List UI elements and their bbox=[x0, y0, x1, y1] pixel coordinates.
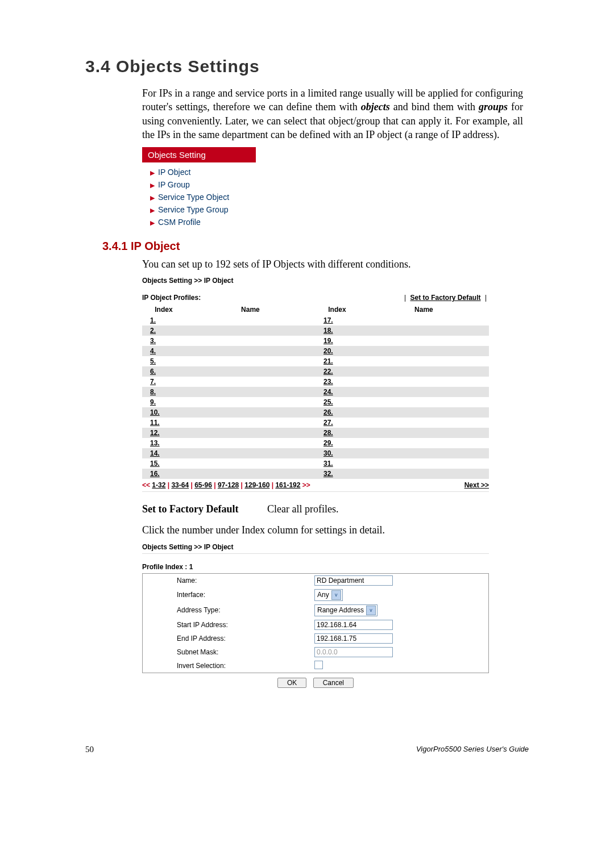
index-link[interactable]: 14. bbox=[142, 448, 185, 458]
page-footer: 50 VigorPro5500 Series User's Guide bbox=[85, 745, 529, 754]
index-link[interactable]: 30. bbox=[316, 448, 359, 458]
table-row: 14.30. bbox=[142, 448, 489, 458]
index-link[interactable]: 7. bbox=[142, 377, 185, 387]
breadcrumb: Objects Setting >> IP Object bbox=[142, 277, 489, 285]
col-name: Name bbox=[185, 304, 316, 315]
arrow-icon: ▶ bbox=[150, 219, 155, 226]
name-cell bbox=[185, 356, 316, 366]
index-link[interactable]: 6. bbox=[142, 366, 185, 377]
name-cell bbox=[359, 315, 489, 326]
name-cell bbox=[359, 387, 489, 397]
name-cell bbox=[359, 377, 489, 387]
index-link[interactable]: 13. bbox=[142, 438, 185, 448]
name-cell bbox=[359, 366, 489, 377]
profiles-header-row: IP Object Profiles: | Set to Factory Def… bbox=[142, 294, 489, 302]
form-row: Name: RD Department bbox=[143, 573, 489, 587]
name-cell bbox=[185, 428, 316, 438]
menu-service-type-object[interactable]: ▶Service Type Object bbox=[150, 191, 255, 203]
menu-items: ▶IP Object ▶IP Group ▶Service Type Objec… bbox=[142, 162, 256, 232]
name-cell bbox=[185, 438, 316, 448]
cancel-button[interactable]: Cancel bbox=[313, 678, 354, 688]
menu-ip-group[interactable]: ▶IP Group bbox=[150, 178, 255, 191]
name-cell bbox=[359, 458, 489, 469]
pager-range[interactable]: 161-192 bbox=[275, 481, 300, 489]
index-link[interactable]: 19. bbox=[316, 336, 359, 346]
pager-range[interactable]: 33-64 bbox=[171, 481, 189, 489]
pager-range[interactable]: 97-128 bbox=[218, 481, 239, 489]
pager-range[interactable]: 129-160 bbox=[244, 481, 269, 489]
name-cell bbox=[359, 469, 489, 479]
subnet-input: 0.0.0.0 bbox=[314, 647, 393, 657]
index-link[interactable]: 29. bbox=[316, 438, 359, 448]
name-cell bbox=[359, 428, 489, 438]
ok-button[interactable]: OK bbox=[277, 678, 306, 688]
menu-ip-object[interactable]: ▶IP Object bbox=[150, 166, 255, 178]
table-body: 1.17.2.18.3.19.4.20.5.21.6.22.7.23.8.24.… bbox=[142, 315, 489, 479]
pager-range[interactable]: 1-32 bbox=[152, 481, 165, 489]
table-row: 8.24. bbox=[142, 387, 489, 397]
index-link[interactable]: 27. bbox=[316, 418, 359, 428]
table-row: 4.20. bbox=[142, 346, 489, 356]
name-cell bbox=[359, 326, 489, 336]
index-link[interactable]: 25. bbox=[316, 397, 359, 407]
pager-range[interactable]: 65-96 bbox=[194, 481, 212, 489]
name-input[interactable]: RD Department bbox=[314, 575, 393, 586]
col-name: Name bbox=[359, 304, 489, 315]
select-value: Any bbox=[317, 591, 329, 599]
index-link[interactable]: 5. bbox=[142, 356, 185, 366]
endip-input[interactable]: 192.168.1.75 bbox=[314, 633, 393, 644]
set-to-factory-default-link[interactable]: Set to Factory Default bbox=[410, 294, 481, 302]
name-cell bbox=[359, 336, 489, 346]
index-link[interactable]: 1. bbox=[142, 315, 185, 326]
index-link[interactable]: 28. bbox=[316, 428, 359, 438]
index-link[interactable]: 16. bbox=[142, 469, 185, 479]
startip-input[interactable]: 192.168.1.64 bbox=[314, 620, 393, 630]
col-index: Index bbox=[316, 304, 359, 315]
index-link[interactable]: 21. bbox=[316, 356, 359, 366]
index-link[interactable]: 2. bbox=[142, 326, 185, 336]
index-link[interactable]: 12. bbox=[142, 428, 185, 438]
subsection-title: 3.4.1 IP Object bbox=[102, 240, 529, 253]
index-link[interactable]: 18. bbox=[316, 326, 359, 336]
index-link[interactable]: 4. bbox=[142, 346, 185, 356]
interface-label: Interface: bbox=[143, 587, 312, 603]
table-row: 2.18. bbox=[142, 326, 489, 336]
table-row: 7.23. bbox=[142, 377, 489, 387]
index-link[interactable]: 23. bbox=[316, 377, 359, 387]
menu-service-type-group[interactable]: ▶Service Type Group bbox=[150, 203, 255, 216]
index-link[interactable]: 11. bbox=[142, 418, 185, 428]
form-row: Invert Selection: bbox=[143, 659, 489, 673]
table-row: 1.17. bbox=[142, 315, 489, 326]
index-link[interactable]: 26. bbox=[316, 407, 359, 418]
table-row: 13.29. bbox=[142, 438, 489, 448]
interface-select[interactable]: Anyv bbox=[314, 589, 343, 601]
index-link[interactable]: 15. bbox=[142, 458, 185, 469]
arrow-icon: ▶ bbox=[150, 182, 155, 189]
index-link[interactable]: 8. bbox=[142, 387, 185, 397]
pager-left: << 1-32 | 33-64 | 65-96 | 97-128 | 129-1… bbox=[142, 481, 310, 489]
menu-csm-profile[interactable]: ▶CSM Profile bbox=[150, 216, 255, 228]
name-cell bbox=[359, 346, 489, 356]
invert-checkbox[interactable] bbox=[314, 661, 323, 669]
index-link[interactable]: 31. bbox=[316, 458, 359, 469]
pager-next-link[interactable]: Next >> bbox=[464, 481, 489, 489]
name-cell bbox=[185, 377, 316, 387]
index-link[interactable]: 32. bbox=[316, 469, 359, 479]
addresstype-select[interactable]: Range Addressv bbox=[314, 604, 377, 616]
name-cell bbox=[359, 418, 489, 428]
index-link[interactable]: 9. bbox=[142, 397, 185, 407]
footer-guide-title: VigorPro5500 Series User's Guide bbox=[416, 745, 529, 754]
index-link[interactable]: 3. bbox=[142, 336, 185, 346]
index-link[interactable]: 22. bbox=[316, 366, 359, 377]
subsection-desc: You can set up to 192 sets of IP Objects… bbox=[142, 257, 523, 271]
index-link[interactable]: 20. bbox=[316, 346, 359, 356]
index-link[interactable]: 10. bbox=[142, 407, 185, 418]
index-link[interactable]: 24. bbox=[316, 387, 359, 397]
name-cell bbox=[185, 407, 316, 418]
page-number: 50 bbox=[85, 745, 94, 754]
index-link[interactable]: 17. bbox=[316, 315, 359, 326]
definition-value: Clear all profiles. bbox=[267, 503, 338, 515]
name-cell bbox=[185, 346, 316, 356]
intro-paragraph: For IPs in a range and service ports in … bbox=[142, 86, 523, 141]
name-cell bbox=[185, 326, 316, 336]
